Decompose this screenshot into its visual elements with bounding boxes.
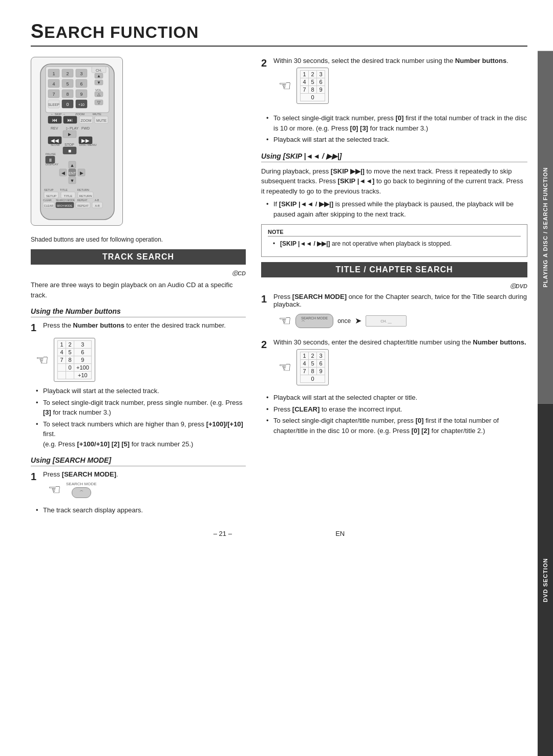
step-1-title-chapter: 1 Press [SEARCH MODE] once for the Chapt… [261,293,527,333]
number-buttons-bullets: Playback will start at the selected trac… [31,386,246,449]
svg-text:RETURN: RETURN [77,188,89,191]
svg-text:STOP: STOP [65,143,74,146]
dvd-logo: ⓒDVD [261,283,527,290]
svg-text:6: 6 [80,81,82,87]
svg-text:A-B: A-B [95,204,100,207]
bullet-item: To select track numbers which are higher… [36,419,246,449]
svg-text:MUTE: MUTE [93,113,101,116]
svg-text:REPEAT: REPEAT [77,204,89,207]
svg-text:▷ PLAY: ▷ PLAY [66,126,79,130]
hand-icon-2: ☞ [48,481,61,498]
svg-text:SRCH MODE: SRCH MODE [57,204,73,207]
svg-text:1: 1 [52,71,55,76]
searchmode-bullets: The track search display appears. [31,505,246,515]
bullet-item: Press [CLEAR] to erase the incorrect inp… [266,404,527,415]
remote-image: 1 2 3 CH. ▲ 4 5 [31,57,123,226]
bullet-item: The track search display appears. [36,505,246,515]
svg-text:▽: ▽ [97,100,101,105]
step-1-number: 1 Press the Number buttons to enter the … [31,321,246,334]
svg-text:SLOW: SLOW [51,143,60,146]
svg-text:← SKIP →: ← SKIP → [51,113,66,116]
svg-text:MUTE: MUTE [96,119,107,122]
svg-text:DISC MENU: DISC MENU [79,143,97,146]
svg-text:SEARCH MODE: SEARCH MODE [56,199,75,202]
note-box: NOTE [SKIP |◄◄ / ▶▶|] are not operative … [261,224,527,257]
svg-text:CH.: CH. [96,69,102,72]
svg-text:▶: ▶ [80,170,83,176]
step-2-title-chapter: 2 Within 30 seconds, enter the desired c… [261,338,527,390]
cd-logo: ⓒCD [31,270,246,277]
number-buttons-subtitle: Using the Number buttons [31,307,246,317]
svg-text:■: ■ [68,148,71,154]
svg-text:▼: ▼ [97,80,101,85]
svg-text:REV: REV [51,126,58,130]
svg-text:◀◀: ◀◀ [51,138,59,143]
svg-text:+10: +10 [78,103,84,106]
svg-text:▼: ▼ [70,178,75,183]
bullet-item: Playback will start at the selected chap… [266,393,527,403]
svg-text:▶▶: ▶▶ [81,138,90,143]
title-chapter-bullets: Playback will start at the selected chap… [261,393,527,436]
result-display: CH. __ [366,315,407,327]
side-tab-lower: DVD SECTION [538,404,553,757]
svg-text:DISPLAY: DISPLAY [46,163,58,166]
skip-subtitle: Using [SKIP |◄◄ / ▶▶|] [261,152,527,162]
bullet-item: To select single-digit track number, pre… [266,113,527,133]
svg-text:VOL: VOL [95,89,102,92]
searchmode-button-2: SEARCH MODE⌒ [295,314,333,328]
page-number: – 21 – EN [31,530,527,537]
hand-icon-4: ☞ [279,312,291,329]
note-title: NOTE [268,229,521,236]
svg-text:▲: ▲ [70,163,75,168]
svg-text:SETUP: SETUP [44,188,54,191]
bullet-item: Playback will start at the selected trac… [36,386,246,396]
svg-text:CLEAR: CLEAR [43,199,52,202]
svg-text:⏸: ⏸ [48,158,53,163]
bullet-item: To select single-digit chapter/title num… [266,416,527,436]
svg-text:▲: ▲ [97,74,101,78]
numpad-illustration-1: ☞ 123 456 789 0+100 +10 [36,338,246,382]
numpad-2: 123 456 789 0 [296,68,329,104]
once-arrow: ☞ SEARCH MODE⌒ once ➤ CH. __ [279,312,527,329]
once-label: once [337,317,351,325]
svg-text:SETUP: SETUP [46,195,56,198]
side-tabs: PLAYING A DISC / SEARCH FUNCTION DVD SEC… [538,51,553,756]
hand-icon-5: ☞ [279,359,291,376]
numpad-1: 123 456 789 0+100 +10 [54,338,95,382]
skip-body: During playback, press [SKIP ▶▶|] to mov… [261,166,527,197]
svg-text:▶: ▶ [68,132,72,137]
svg-text:RETURN: RETURN [79,195,92,198]
svg-text:⏭: ⏭ [68,117,73,123]
svg-text:0: 0 [66,102,69,107]
svg-text:2: 2 [66,71,69,76]
search-mode-subtitle: Using [SEARCH MODE] [31,456,246,466]
svg-text:FWD: FWD [81,126,90,130]
svg-text:9: 9 [80,92,82,97]
svg-text:△: △ [97,92,101,97]
note-bullets: [SKIP |◄◄ / ▶▶|] are not operative when … [268,239,521,248]
bullet-item: Playback will start at the selected trac… [266,135,527,145]
svg-text:TITLE: TITLE [64,195,72,198]
step-1-searchmode: 1 Press [SEARCH MODE]. ☞ SEARCH MODE ⌒ [31,470,246,502]
bullet-item: [SKIP |◄◄ / ▶▶|] are not operative when … [273,239,521,248]
shaded-note: Shaded buttons are used for following op… [31,235,246,244]
bullet-item: If [SKIP |◄◄ / ▶▶|] is pressed while the… [266,199,527,219]
svg-text:8: 8 [66,92,69,97]
step2-right-bullets: To select single-digit track number, pre… [261,113,527,145]
svg-text:⏮: ⏮ [52,117,57,123]
skip-bullets: If [SKIP |◄◄ / ▶▶|] is pressed while the… [261,199,527,219]
arrow-icon: ➤ [355,316,361,326]
svg-text:SLEEP: SLEEP [48,103,60,106]
track-search-header: TRACK SEARCH [31,249,246,265]
svg-text:7: 7 [52,92,55,97]
svg-text:ZOOM: ZOOM [81,119,92,122]
svg-text:ENT: ENT [69,171,76,175]
hand-icon-1: ☞ [36,352,49,369]
remote-illustration: 1 2 3 CH. ▲ 4 5 [31,57,246,231]
svg-text:3: 3 [80,71,82,76]
searchmode-btn-wrap: ☞ SEARCH MODE ⌒ [48,481,246,498]
hand-icon-3: ☞ [279,77,291,94]
bullet-item: To select single-digit track number, pre… [36,398,246,418]
numpad-illustration-3: ☞ 123 456 789 0 [279,349,527,385]
svg-text:CLEAR: CLEAR [44,204,53,207]
